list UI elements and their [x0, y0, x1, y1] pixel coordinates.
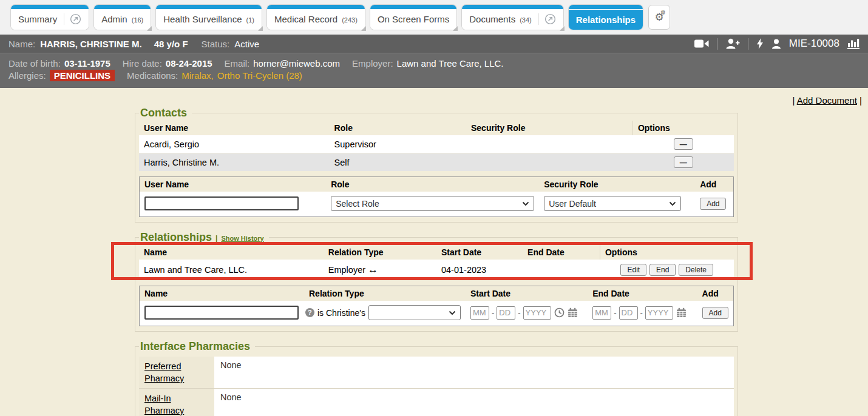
divider	[717, 38, 717, 50]
edit-relationship-button[interactable]: Edit	[620, 264, 646, 276]
documents-popout-button[interactable]	[538, 13, 556, 25]
end-date-calendar-button[interactable]	[676, 307, 687, 318]
tab-admin[interactable]: Admin (16)	[94, 5, 151, 30]
employer-label: Employer:	[352, 58, 393, 69]
tab-on-screen-forms[interactable]: On Screen Forms	[370, 5, 456, 30]
employer-value: Lawn and Tree Care, LLC.	[397, 58, 504, 69]
remove-contact-button[interactable]: —	[674, 156, 693, 168]
tab-label: On Screen Forms	[378, 14, 449, 24]
column-header-user-name: User Name	[140, 177, 327, 192]
mail-in-pharmacy-link[interactable]: Mail-In Pharmacy	[144, 394, 184, 415]
delete-relationship-button[interactable]: Delete	[679, 264, 713, 276]
start-year-input[interactable]	[523, 306, 551, 320]
remove-contact-button[interactable]: —	[674, 138, 693, 150]
allergy-badge[interactable]: PENICILLINS	[50, 70, 115, 81]
end-year-input[interactable]	[645, 306, 673, 320]
relationship-start-date: 04-01-2023	[436, 260, 523, 281]
tab-label: Admin	[101, 14, 127, 24]
tab-accent-strip	[569, 5, 643, 9]
role-select-value: Select Role	[336, 199, 379, 209]
tab-accent-strip	[156, 5, 262, 9]
start-month-input[interactable]	[470, 306, 489, 320]
tab-health-surveillance[interactable]: Health Surveillance (1)	[156, 5, 262, 30]
column-header-add: Add	[695, 177, 733, 192]
patient-age-sex: 48 y/o F	[154, 39, 188, 49]
pipe-separator: |	[792, 95, 795, 106]
tab-count: (243)	[342, 16, 358, 24]
column-header-relation-type: Relation Type	[304, 286, 466, 301]
end-day-input[interactable]	[619, 306, 638, 320]
tab-relationships[interactable]: Relationships	[569, 5, 643, 30]
tab-accent-strip	[370, 5, 456, 9]
show-history-link[interactable]: Show History	[221, 235, 263, 242]
tab-accent-strip	[267, 5, 365, 9]
video-camera-icon	[694, 39, 709, 49]
clock-icon	[554, 307, 565, 318]
column-header-options: Options	[600, 245, 734, 260]
tab-documents[interactable]: Documents (34)	[462, 5, 563, 30]
patient-id-button[interactable]	[771, 39, 781, 49]
quick-action-button[interactable]	[756, 38, 764, 49]
chevron-down-icon	[449, 310, 456, 315]
tab-dropdown-caret-icon	[560, 26, 565, 31]
add-person-button[interactable]	[725, 38, 740, 49]
relation-prefix-text: is Christine's	[317, 308, 365, 318]
medication-link[interactable]: Miralax,	[181, 70, 214, 81]
column-header-name: Name	[140, 286, 304, 301]
tab-medical-record[interactable]: Medical Record (243)	[267, 5, 365, 30]
column-header-options: Options	[632, 121, 734, 135]
video-visit-button[interactable]	[694, 39, 709, 49]
start-day-input[interactable]	[497, 306, 515, 320]
add-contact-button[interactable]: Add	[700, 198, 726, 210]
relationships-table: Name Relation Type Start Date End Date O…	[139, 245, 734, 281]
contact-row: Acardi, Sergio Supervisor —	[139, 135, 734, 153]
hire-date-label: Hire date:	[123, 58, 162, 69]
pharmacies-table: Preferred Pharmacy None Mail-In Pharmacy…	[139, 357, 734, 416]
bar-chart-icon	[847, 38, 860, 47]
tab-settings-button[interactable]: ⚙ ⚙	[648, 5, 670, 30]
summary-popout-button[interactable]	[64, 13, 81, 25]
tab-label: Summary	[18, 14, 57, 24]
add-document-link[interactable]: Add Document	[797, 95, 857, 106]
relation-type-select[interactable]	[368, 305, 461, 320]
relationship-end-date	[523, 260, 600, 281]
end-relationship-button[interactable]: End	[649, 264, 676, 276]
security-role-select[interactable]: User Default	[544, 196, 681, 211]
relationship-type: Employer	[328, 265, 365, 275]
chart-tab-bar: Summary Admin (16) Health Surveillance (…	[0, 0, 868, 35]
date-separator: -	[492, 308, 494, 317]
column-header-end-date: End Date	[588, 286, 697, 301]
relationship-name: Lawn and Tree Care, LLC.	[139, 260, 324, 281]
add-relationship-button[interactable]: Add	[702, 307, 728, 319]
column-header-role: Role	[330, 121, 466, 135]
role-select[interactable]: Select Role	[331, 196, 534, 211]
relationship-name-input[interactable]	[144, 306, 299, 320]
preferred-pharmacy-link[interactable]: Preferred Pharmacy	[144, 361, 184, 383]
person-icon	[771, 39, 781, 49]
divider	[748, 38, 748, 50]
tab-summary[interactable]: Summary	[11, 5, 89, 30]
time-picker-button[interactable]	[554, 307, 565, 318]
tab-label: Relationships	[576, 15, 636, 25]
tab-label: Documents	[469, 14, 515, 24]
flowsheet-button[interactable]	[847, 38, 860, 49]
contact-user-name-input[interactable]	[144, 196, 299, 210]
hire-date-value: 08-24-2015	[166, 58, 212, 69]
gear-small-icon: ⚙	[660, 9, 666, 16]
tab-dropdown-caret-icon	[147, 26, 152, 31]
medication-link[interactable]: Ortho Tri-Cyclen (28)	[217, 70, 302, 81]
start-date-calendar-button[interactable]	[568, 307, 578, 318]
tab-accent-strip	[462, 5, 563, 9]
column-header-role: Role	[326, 177, 539, 192]
end-month-input[interactable]	[592, 306, 611, 320]
tab-label: Medical Record	[274, 14, 337, 24]
patient-banner-secondary: Date of birth:03-11-1975 Hire date:08-24…	[0, 53, 868, 88]
email-label: Email:	[225, 58, 250, 69]
column-header-start-date: Start Date	[436, 245, 523, 260]
chevron-down-icon	[669, 201, 676, 206]
patient-banner-primary: Name: HARRIS, CHRISTINE M. 48 y/o F Stat…	[0, 35, 868, 53]
tab-dropdown-caret-icon	[453, 26, 458, 31]
add-relationship-header-row: Name Relation Type Start Date End Date A…	[140, 286, 734, 301]
date-separator: -	[640, 308, 643, 317]
help-icon[interactable]	[305, 308, 314, 317]
